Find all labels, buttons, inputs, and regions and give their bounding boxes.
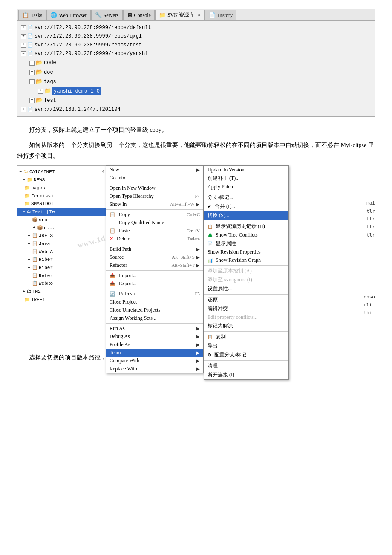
svn-item-copy[interactable]: 📋 复制 — [204, 332, 288, 341]
tree-item[interactable]: + 📋 WebRo — [17, 280, 106, 288]
tree-item[interactable]: + 📦 c... — [17, 224, 106, 232]
tree-item[interactable]: + 📋 Web A — [17, 248, 106, 256]
folder-icon: 📁 — [27, 176, 33, 184]
menu-item-profile-as[interactable]: Profile As ▶ — [106, 341, 203, 349]
svn-item-branch-tag[interactable]: 分支/标记... — [204, 193, 288, 202]
svn-item-show-revision-graph[interactable]: 📊 Show Revision Graph — [204, 256, 288, 264]
tree-item-selected[interactable]: − 🗂 Test [Te — [17, 208, 106, 216]
tree-item[interactable]: + 📋 JRE S — [17, 232, 106, 240]
tab-web-browser[interactable]: 🌐 Web Browser — [46, 10, 90, 20]
tree-row[interactable]: − 📄 svn://172.20.90.238:9999/repos/yansh… — [21, 49, 371, 58]
context-menu-panel: − 🗂 CAICAINET 4 − 📁 NEWS 📁 pages 📁 Fermi… — [17, 165, 375, 344]
svn-item-config-branch[interactable]: ⚙ 配置分支/标记 — [204, 350, 288, 359]
svn-item-export[interactable]: 导出... — [204, 341, 288, 350]
tab-tasks-label: Tasks — [31, 12, 42, 19]
expand-icon[interactable]: + — [21, 107, 26, 112]
svn-item-merge[interactable]: ✔ 合并 (I)... — [204, 202, 288, 211]
tree-item[interactable]: − 🗂 CAICAINET 4 — [17, 168, 106, 176]
menu-item-delete[interactable]: ✕ Delete Delete — [106, 235, 203, 243]
menu-item-go-into[interactable]: Go Into — [106, 174, 203, 182]
svn-item-add-to-ignore[interactable]: 添加至 svn:ignore (I) — [204, 275, 288, 284]
tab-console[interactable]: 🖥 Console — [123, 10, 155, 20]
menu-label: Source — [110, 254, 124, 260]
menu-item-paste[interactable]: 📋 Paste Ctrl+V — [106, 227, 203, 235]
svn-item-switch[interactable]: 切换 (S)... — [204, 211, 288, 220]
separator — [204, 331, 288, 332]
tree-row[interactable]: + 📂 Test — [21, 96, 371, 105]
svn-item-add-to-vc[interactable]: 添加至原本控制 (A) — [204, 266, 288, 275]
svn-item-cleanup[interactable]: 清理 — [204, 361, 288, 370]
tree-icon: 🌲 — [208, 233, 213, 237]
svn-item-apply-patch[interactable]: Apply Patch... — [204, 183, 288, 191]
tree-row[interactable]: + 📄 svn://172.20.90.238:9999/repos/defau… — [21, 23, 371, 32]
tab-tasks[interactable]: 📋 Tasks — [18, 10, 46, 20]
folder-icon: 📁 — [24, 200, 30, 208]
tree-row[interactable]: + 📂 doc — [21, 68, 371, 77]
svn-item-edit-prop-conflicts[interactable]: Edit property conflicts... — [204, 313, 288, 321]
menu-item-debug-as[interactable]: Debug As ▶ — [106, 332, 203, 341]
tree-item[interactable]: 📁 TREE1 — [17, 296, 106, 304]
menu-item-run-as[interactable]: Run As ▶ — [106, 324, 203, 332]
expand-icon[interactable]: + — [29, 70, 35, 75]
tree-item[interactable]: + 🗂 TM2 — [17, 288, 106, 296]
tree-item[interactable]: − 📦 src — [17, 216, 106, 224]
menu-item-open-type-hierarchy[interactable]: Open Type Hierarchy F4 — [106, 192, 203, 200]
menu-item-open-new-window[interactable]: Open in New Window — [106, 184, 203, 192]
expand-icon[interactable]: + — [21, 43, 26, 48]
menu-item-replace-with[interactable]: Replace With ▶ — [106, 365, 203, 373]
menu-item-copy[interactable]: 📋 Copy Ctrl+C — [106, 211, 203, 219]
svn-repository-tree: + 📄 svn://172.20.90.238:9999/repos/defau… — [17, 21, 375, 116]
tree-row[interactable]: + 📄 svn://172.20.90.238:9999/repos/test — [21, 41, 371, 49]
separator — [106, 209, 203, 210]
svn-item-show-history[interactable]: 📋 显示资源历史记录 (H) — [204, 222, 288, 231]
tree-item[interactable]: 📁 SMARTDOT — [17, 200, 106, 208]
menu-item-refactor[interactable]: Refactor Alt+Shift+T ▶ — [106, 261, 203, 269]
expand-icon[interactable]: + — [21, 34, 26, 39]
menu-item-compare-with[interactable]: Compare With ▶ — [106, 357, 203, 365]
expand-icon[interactable]: − — [21, 51, 26, 56]
tree-item[interactable]: + 📋 Refer — [17, 272, 106, 280]
menu-item-assign-working[interactable]: Assign Working Sets... — [106, 314, 203, 322]
svn-item-show-tree-conflicts[interactable]: 🌲 Show Tree Conflicts — [204, 231, 288, 239]
menu-item-export[interactable]: 📤 Export... — [106, 280, 203, 288]
tree-row[interactable]: + 📄 svn://172.20.90.238:9999/repos/qxgl — [21, 32, 371, 40]
svn-item-mark-resolved[interactable]: 标记为解决 — [204, 321, 288, 330]
svn-item-edit-conflicts[interactable]: 编辑冲突 — [204, 304, 288, 313]
tab-history[interactable]: 📄 History — [205, 10, 236, 20]
close-icon[interactable]: ✕ — [197, 13, 201, 17]
expand-icon[interactable]: + — [38, 89, 43, 94]
svn-item-set-props[interactable]: 设置属性... — [204, 284, 288, 293]
menu-item-refresh[interactable]: 🔄 Refresh F5 — [106, 290, 203, 298]
tree-row[interactable]: + 📁 yanshi_demo_1.0 — [21, 87, 371, 96]
tree-item[interactable]: + 📋 Hiber — [17, 256, 106, 264]
menu-item-team[interactable]: Team ▶ — [106, 349, 203, 357]
expand-icon[interactable]: + — [29, 98, 35, 103]
tree-item[interactable]: 📁 pages — [17, 184, 106, 192]
tree-row[interactable]: + 📄 svn://192.168.1.244/JT201104 — [21, 105, 371, 114]
tree-row[interactable]: + 📂 code — [21, 58, 371, 68]
menu-item-import[interactable]: 📥 Import... — [106, 272, 203, 280]
tree-item[interactable]: + 📋 Hiber — [17, 264, 106, 272]
menu-item-close-unrelated[interactable]: Close Unrelated Projects — [106, 306, 203, 314]
tree-item[interactable]: 📁 Fermissi — [17, 192, 106, 200]
expand-icon[interactable]: − — [29, 79, 35, 84]
svn-item-show-revision-props[interactable]: Show Revision Properties — [204, 248, 288, 256]
svn-item-disconnect[interactable]: 断开连接 (I)... — [204, 370, 288, 379]
menu-item-source[interactable]: Source Alt+Shift+S ▶ — [106, 253, 203, 261]
expand-icon[interactable]: + — [29, 61, 35, 66]
tab-servers[interactable]: 🔧 Servers — [91, 10, 123, 20]
tree-item[interactable]: − 📁 NEWS — [17, 176, 106, 184]
svn-item-create-patch[interactable]: 创建补丁 (T)... — [204, 174, 288, 183]
menu-item-show-in[interactable]: Show In Alt+Shift+W ▶ — [106, 200, 203, 208]
tab-svn[interactable]: 📁 SVN 资源库 ✕ — [155, 10, 205, 20]
svn-item-update-to-version[interactable]: Update to Version... — [204, 166, 288, 174]
svn-item-revert[interactable]: 还原... — [204, 295, 288, 304]
menu-item-copy-qualified[interactable]: 📋 Copy Qualified Name — [106, 219, 203, 227]
menu-item-build-path[interactable]: Build Path ▶ — [106, 245, 203, 253]
menu-item-new[interactable]: New ▶ — [106, 166, 203, 174]
svn-item-show-props[interactable]: 📄 显示属性 — [204, 239, 288, 248]
tree-row[interactable]: − 📂 tags — [21, 77, 371, 87]
tree-item[interactable]: + 📋 Java — [17, 240, 106, 248]
menu-item-close-project[interactable]: Close Project — [106, 298, 203, 306]
expand-icon[interactable]: + — [21, 25, 26, 30]
